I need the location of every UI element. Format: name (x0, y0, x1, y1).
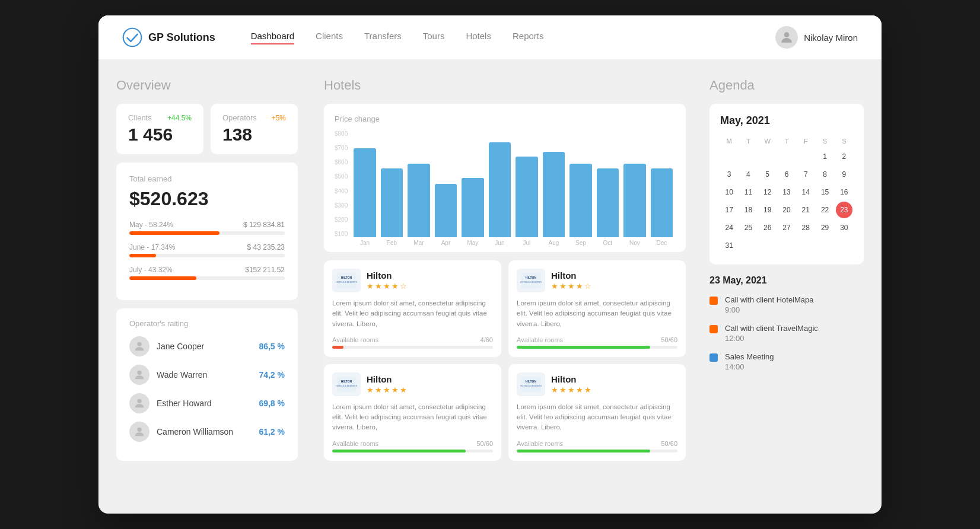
nav-reports[interactable]: Reports (513, 31, 544, 44)
chart-card: Price change $800$700$600$500$400$300$20… (324, 104, 686, 252)
avatar[interactable] (775, 26, 798, 49)
nav-clients[interactable]: Clients (316, 31, 343, 44)
available-rooms-label: Available rooms 50/60 (517, 336, 677, 343)
cal-day[interactable]: 26 (759, 219, 776, 236)
svg-rect-6 (336, 273, 356, 288)
hotel-card: HILTON HOTELS & RESORTS Hilton ★★★★★ Lor… (508, 364, 686, 461)
rating-name: Wade Warren (157, 370, 252, 380)
calendar-month: May, 2021 (720, 114, 853, 127)
agenda-event-title: Sales Meeting (725, 352, 774, 361)
cal-day[interactable]: 19 (759, 202, 776, 218)
cal-day[interactable]: 20 (778, 202, 795, 218)
progress-amount: $152 211.52 (245, 266, 285, 274)
progress-amount: $ 129 834.81 (243, 221, 285, 229)
chart-label: Price change (335, 114, 675, 123)
overview-section: Overview Clients +44.5% 1 456 Operators … (116, 78, 312, 461)
agenda-text: Call with client HotelMapa 9:00 (725, 295, 814, 314)
logo[interactable]: GP Solutions (122, 27, 215, 47)
chart-bar (569, 164, 591, 237)
cal-day[interactable]: 4 (740, 166, 756, 183)
y-axis-label: $100 (335, 231, 348, 237)
nav-transfers[interactable]: Transfers (364, 31, 402, 44)
star-icon: ★ (551, 282, 558, 291)
cal-day[interactable]: 31 (721, 237, 737, 254)
cal-day[interactable]: 15 (817, 184, 833, 200)
cal-day[interactable]: 24 (721, 219, 737, 236)
cal-day[interactable]: 14 (797, 184, 814, 200)
rooms-bar-bg (332, 346, 493, 349)
clients-change: +44.5% (167, 114, 192, 122)
cal-day[interactable]: 22 (817, 202, 833, 218)
cal-day[interactable]: 28 (797, 219, 814, 236)
cal-day[interactable]: 16 (836, 184, 852, 200)
rating-title: Operator's raiting (129, 319, 285, 328)
rating-pct: 69,8 % (259, 399, 285, 408)
cal-day[interactable]: 7 (797, 166, 814, 183)
star-icon: ★ (400, 385, 407, 394)
star-icon: ★ (367, 385, 374, 394)
cal-day[interactable]: 23 (836, 202, 852, 218)
rating-row: Wade Warren 74,2 % (129, 365, 285, 385)
svg-point-4 (137, 399, 141, 403)
hotels-section: Hotels Price change $800$700$600$500$400… (312, 78, 698, 461)
cal-day[interactable]: 29 (817, 219, 833, 236)
hotel-card: HILTON HOTELS & RESORTS Hilton ★★★★☆ Lor… (508, 260, 686, 357)
rating-pct: 61,2 % (259, 427, 285, 436)
hilton-logo-icon: HILTON HOTELS & RESORTS (336, 272, 357, 289)
cal-day (740, 148, 756, 165)
cal-day[interactable]: 21 (797, 202, 814, 218)
cal-day[interactable]: 17 (721, 202, 737, 218)
agenda-date-title: 23 May, 2021 (709, 275, 864, 286)
cal-day[interactable]: 12 (759, 184, 776, 200)
cal-day[interactable]: 5 (759, 166, 776, 183)
cal-day[interactable]: 30 (836, 219, 852, 236)
person-icon (133, 425, 146, 438)
nav-hotels[interactable]: Hotels (466, 31, 491, 44)
rooms-bar-fill (517, 346, 650, 349)
cal-day[interactable]: 11 (740, 184, 756, 200)
cal-day[interactable]: 9 (836, 166, 852, 183)
progress-bar-fill (129, 254, 156, 257)
star-icon: ★ (551, 385, 558, 394)
x-axis-label: Jun (489, 240, 511, 246)
cal-day[interactable]: 18 (740, 202, 756, 218)
svg-rect-12 (336, 377, 356, 392)
cal-day[interactable]: 6 (778, 166, 795, 183)
progress-name: June - 17.34% (129, 243, 175, 251)
clients-label: Clients +44.5% (128, 113, 192, 122)
agenda-text: Call with client TravelMagic 12:00 (725, 324, 818, 343)
star-icon: ★ (559, 385, 567, 394)
rating-name: Esther Howard (157, 399, 252, 408)
svg-text:HILTON: HILTON (341, 380, 352, 383)
rating-row: Esther Howard 69,8 % (129, 393, 285, 413)
cal-day[interactable]: 27 (778, 219, 795, 236)
main-content: Overview Clients +44.5% 1 456 Operators … (98, 60, 882, 473)
cal-day-header: S (835, 135, 853, 147)
cal-day[interactable]: 13 (778, 184, 795, 200)
agenda-event-title: Call with client TravelMagic (725, 324, 818, 333)
cal-day-header: T (778, 135, 796, 147)
cal-day[interactable]: 25 (740, 219, 756, 236)
cal-day-header: M (720, 135, 738, 147)
nav-tours[interactable]: Tours (423, 31, 445, 44)
svg-point-0 (123, 28, 142, 47)
cal-day[interactable]: 3 (721, 166, 737, 183)
rooms-bar-bg (332, 450, 493, 452)
agenda-dot (709, 297, 718, 305)
x-axis: JanFebMarAprMayJunJulAugSepOctNovDec (351, 237, 675, 246)
cal-day (797, 148, 814, 165)
cal-day[interactable]: 1 (817, 148, 833, 165)
nav-dashboard[interactable]: Dashboard (251, 31, 294, 44)
y-axis-label: $400 (335, 188, 348, 195)
hotel-logo: HILTON HOTELS & RESORTS (517, 372, 545, 396)
cal-day[interactable]: 8 (817, 166, 833, 183)
star-icon: ☆ (400, 282, 407, 291)
hilton-logo-icon: HILTON HOTELS & RESORTS (520, 272, 542, 289)
app-container: GP Solutions Dashboard Clients Transfers… (98, 15, 882, 514)
cal-day[interactable]: 2 (836, 148, 852, 165)
cal-day (797, 237, 814, 254)
svg-rect-15 (521, 377, 540, 392)
operators-label: Operators +5% (222, 113, 286, 122)
cal-day[interactable]: 10 (721, 184, 737, 200)
x-axis-label: Mar (408, 240, 429, 246)
